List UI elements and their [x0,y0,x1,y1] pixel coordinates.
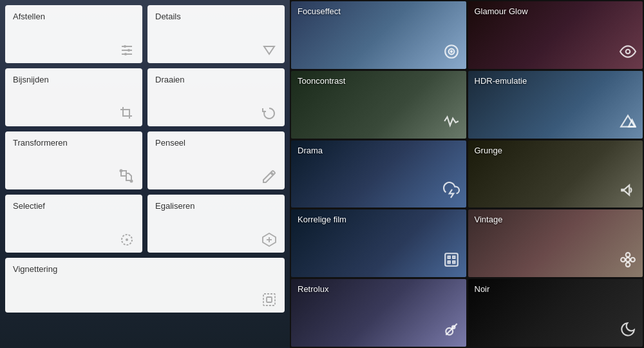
leak-icon [443,321,460,342]
filter-noir-bg [468,279,643,347]
filter-focuseffect[interactable]: Focuseffect [291,1,466,69]
svg-point-4 [128,49,130,52]
svg-rect-16 [267,297,272,302]
transform-icon [119,169,135,184]
filter-retrolux[interactable]: Retrolux [291,279,466,347]
svg-point-8 [131,180,133,182]
triangle-down-icon [261,43,277,58]
tool-draaien[interactable]: Draaien [147,68,285,126]
filter-vintage[interactable]: Vintage [468,209,643,277]
svg-rect-26 [448,261,450,263]
tool-details[interactable]: Details [147,5,285,63]
rotate-icon [261,106,277,121]
svg-point-5 [124,53,127,55]
eye-icon [620,43,636,64]
tool-selectief[interactable]: Selectief [5,195,142,253]
filter-glamourglow[interactable]: Glamour Glow [468,1,643,69]
tool-vignettering[interactable]: Vignettering [5,258,285,313]
megaphone-icon [620,182,636,202]
healing-icon [261,232,277,247]
filter-hdremulation[interactable]: HDR-emulatie [468,71,643,139]
svg-rect-25 [453,256,455,258]
filter-drama[interactable]: Drama [291,140,466,208]
sliders-icon [119,43,135,58]
svg-rect-15 [263,294,275,305]
svg-point-9 [120,170,122,172]
tool-afstellen[interactable]: Afstellen [5,5,142,63]
svg-point-11 [126,238,128,241]
svg-point-3 [124,45,126,48]
svg-rect-23 [445,253,458,266]
filter-grunge[interactable]: Grunge [468,140,643,208]
flower-icon [620,251,636,272]
tool-penseel[interactable]: Penseel [147,131,285,189]
left-tools-panel: Afstellen Details [0,0,290,348]
target-icon [443,43,460,64]
film-grain-icon [443,251,460,272]
crop-icon [119,106,135,121]
filter-korrelfilm[interactable]: Korrelige film [291,209,466,277]
tools-grid: Afstellen Details [0,0,290,318]
svg-point-19 [450,51,451,52]
svg-line-31 [446,324,457,334]
svg-point-28 [626,258,630,262]
filter-tooncontrast[interactable]: Tooncontrast [291,71,466,139]
filter-noir[interactable]: Noir [468,279,643,347]
svg-rect-24 [448,256,450,258]
svg-point-20 [626,50,630,54]
tool-transformeren[interactable]: Transformeren [5,131,142,189]
mountain-icon [620,113,636,133]
brush-icon [261,169,277,184]
circle-select-icon [119,232,135,247]
tool-bijsnijden[interactable]: Bijsnijden [5,68,142,126]
tool-egaliseren[interactable]: Egaliseren [147,195,285,253]
svg-marker-6 [264,46,274,54]
cloud-lightning-icon [443,182,460,202]
vignette-icon [261,292,277,307]
waveform-icon [443,113,460,133]
right-filters-panel: Focuseffect Glamour Glow Tooncontrast [290,0,644,348]
svg-rect-27 [453,261,455,263]
moon-icon [620,321,636,342]
